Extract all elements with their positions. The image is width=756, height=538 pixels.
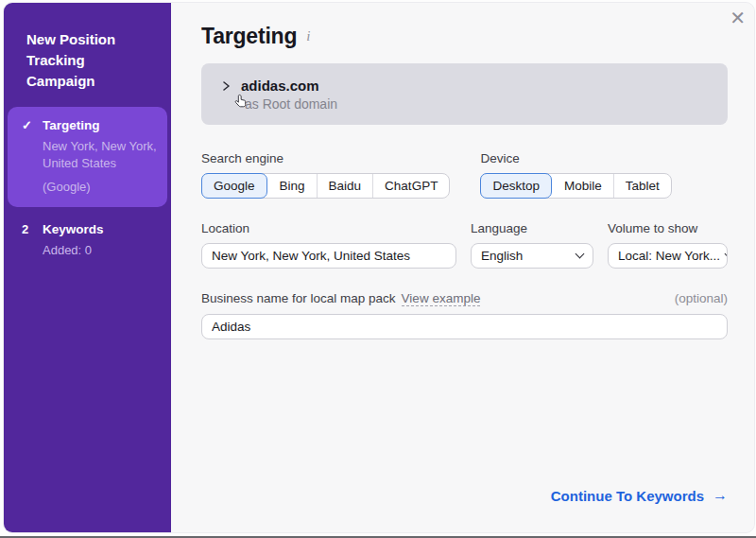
- location-input[interactable]: [201, 243, 456, 269]
- business-name-label: Business name for local map pack: [201, 291, 396, 305]
- step-sub-engine: (Google): [43, 179, 158, 196]
- segment-desktop[interactable]: Desktop: [480, 173, 552, 199]
- arrow-right-icon: →: [713, 487, 728, 504]
- check-icon: ✓: [22, 117, 35, 196]
- language-select[interactable]: English: [471, 243, 593, 269]
- targeting-panel: ✕ Targeting i adidas.com as Root domain: [171, 3, 755, 532]
- optional-hint: (optional): [675, 291, 728, 305]
- chevron-right-icon: [220, 80, 232, 92]
- screen: New Position Tracking Campaign ✓ Targeti…: [0, 0, 756, 538]
- segment-bing[interactable]: Bing: [267, 174, 317, 198]
- search-engine-control: Google Bing Baidu ChatGPT: [201, 173, 450, 199]
- continue-to-keywords-button[interactable]: Continue To Keywords →: [551, 487, 728, 504]
- segment-google[interactable]: Google: [201, 173, 267, 199]
- domain-name: adidas.com: [241, 78, 319, 94]
- step-number: 2: [22, 221, 35, 259]
- step-sub-added: Added: 0: [43, 242, 104, 259]
- segment-baidu[interactable]: Baidu: [317, 174, 373, 198]
- search-engine-label: Search engine: [201, 151, 450, 165]
- info-icon[interactable]: i: [306, 28, 310, 44]
- volume-label: Volume to show: [608, 221, 728, 235]
- domain-card[interactable]: adidas.com as Root domain: [201, 63, 728, 125]
- segment-mobile[interactable]: Mobile: [552, 174, 613, 198]
- sidebar-step-keywords[interactable]: 2 Keywords Added: 0: [8, 221, 167, 259]
- device-label: Device: [480, 151, 671, 165]
- segment-chatgpt[interactable]: ChatGPT: [372, 174, 449, 198]
- campaign-sidebar: New Position Tracking Campaign ✓ Targeti…: [4, 3, 171, 532]
- location-label: Location: [201, 221, 456, 235]
- segment-tablet[interactable]: Tablet: [613, 174, 671, 198]
- cursor-pointer-icon: [233, 94, 249, 110]
- volume-select[interactable]: Local: New York...: [608, 243, 728, 269]
- view-example-link[interactable]: View example: [402, 291, 481, 306]
- device-control: Desktop Mobile Tablet: [480, 173, 671, 199]
- language-label: Language: [471, 221, 593, 235]
- domain-scope: as Root domain: [245, 96, 337, 112]
- step-label-keywords: Keywords: [43, 221, 104, 238]
- step-sub-location: New York, New York, United States: [43, 138, 158, 172]
- chevron-down-icon: [576, 250, 585, 259]
- position-tracking-modal: New Position Tracking Campaign ✓ Targeti…: [3, 2, 755, 533]
- continue-label: Continue To Keywords: [551, 488, 704, 504]
- campaign-title: New Position Tracking Campaign: [4, 3, 171, 92]
- close-icon[interactable]: ✕: [730, 9, 746, 27]
- chevron-down-icon: [725, 250, 728, 259]
- volume-value: Local: New York...: [618, 249, 720, 263]
- business-name-input[interactable]: [201, 314, 728, 339]
- page-title: Targeting: [201, 24, 297, 49]
- sidebar-step-targeting[interactable]: ✓ Targeting New York, New York, United S…: [8, 107, 167, 207]
- language-value: English: [481, 249, 523, 263]
- step-label-targeting: Targeting: [43, 117, 158, 134]
